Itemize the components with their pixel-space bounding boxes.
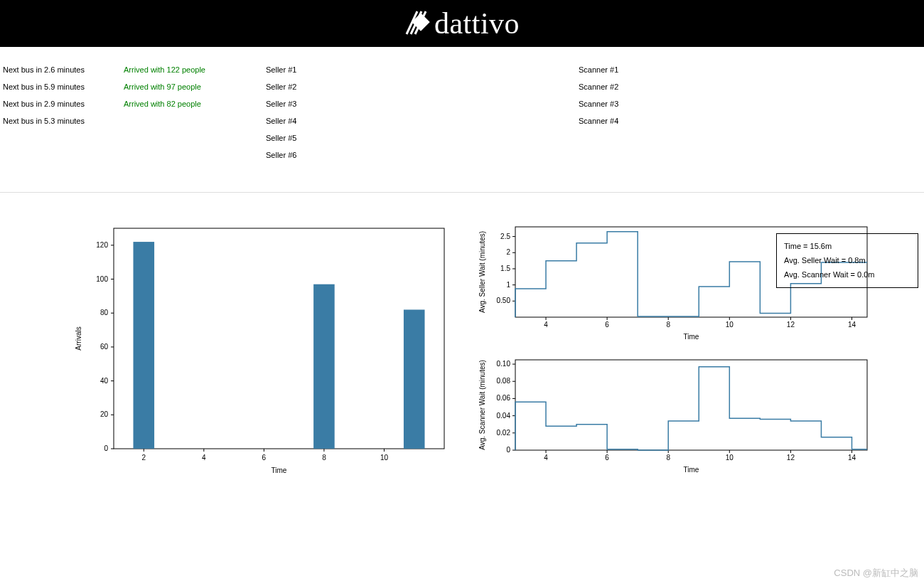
svg-text:4: 4 <box>544 454 548 462</box>
svg-text:0.08: 0.08 <box>497 377 511 385</box>
seller-item: Seller #5 <box>266 129 550 146</box>
sellers-column: Seller #1 Seller #2 Seller #3 Seller #4 … <box>266 61 550 164</box>
scanner-item: Scanner #3 <box>579 95 721 112</box>
svg-text:Arrivals: Arrivals <box>75 326 82 350</box>
svg-text:1: 1 <box>506 281 510 289</box>
svg-text:120: 120 <box>96 241 108 249</box>
svg-text:Time: Time <box>684 333 699 341</box>
svg-text:6: 6 <box>262 454 267 462</box>
svg-text:10: 10 <box>380 454 389 462</box>
app-header: dattivo <box>0 0 924 47</box>
scanner-wait-line-chart: 46810121400.020.040.060.080.10TimeAvg. S… <box>476 354 881 476</box>
logo-icon <box>404 7 430 40</box>
bus-item: Next bus in 2.9 minutes <box>3 95 95 112</box>
brand-name: dattivo <box>434 6 520 41</box>
stat-scanner-wait: Avg. Scanner Wait = 0.0m <box>784 268 910 282</box>
svg-text:8: 8 <box>666 321 670 329</box>
arrival-item: Arrived with 122 people <box>124 61 237 78</box>
svg-rect-4 <box>114 228 444 449</box>
svg-rect-30 <box>313 284 335 449</box>
svg-rect-31 <box>404 309 425 449</box>
svg-text:12: 12 <box>787 454 795 462</box>
svg-text:10: 10 <box>726 454 734 462</box>
svg-text:0: 0 <box>104 444 108 452</box>
arrival-item: Arrived with 97 people <box>124 78 237 95</box>
scanner-item: Scanner #4 <box>579 112 721 129</box>
seller-item: Seller #1 <box>266 61 550 78</box>
svg-text:0.50: 0.50 <box>497 297 511 304</box>
svg-text:20: 20 <box>100 410 109 418</box>
scanners-column: Scanner #1 Scanner #2 Scanner #3 Scanner… <box>579 61 721 164</box>
seller-item: Seller #3 <box>266 95 550 112</box>
svg-text:8: 8 <box>666 454 670 462</box>
svg-rect-29 <box>133 242 154 449</box>
svg-text:0.02: 0.02 <box>497 429 511 437</box>
status-panel: Next bus in 2.6 minutes Next bus in 5.9 … <box>0 47 924 171</box>
svg-text:Time: Time <box>684 466 699 474</box>
svg-text:4: 4 <box>202 454 206 462</box>
svg-text:0.10: 0.10 <box>497 360 511 368</box>
scanner-item: Scanner #2 <box>579 78 721 95</box>
svg-text:Time: Time <box>272 467 287 474</box>
svg-text:1.5: 1.5 <box>500 265 510 272</box>
svg-text:6: 6 <box>605 321 609 329</box>
seller-item: Seller #6 <box>266 146 550 164</box>
svg-text:100: 100 <box>96 275 108 283</box>
stat-time: Time = 15.6m <box>784 240 910 254</box>
svg-text:10: 10 <box>726 321 734 329</box>
seller-item: Seller #2 <box>266 78 550 95</box>
svg-text:6: 6 <box>605 454 609 462</box>
svg-text:0: 0 <box>506 446 510 454</box>
stats-box: Time = 15.6m Avg. Seller Wait = 0.8m Avg… <box>776 233 918 288</box>
arrival-item: Arrived with 82 people <box>124 95 237 112</box>
svg-text:8: 8 <box>322 454 326 462</box>
svg-text:Avg. Seller Wait (minutes): Avg. Seller Wait (minutes) <box>478 231 486 313</box>
svg-text:0.04: 0.04 <box>497 412 511 420</box>
bus-item: Next bus in 2.6 minutes <box>3 61 95 78</box>
svg-text:14: 14 <box>848 454 856 462</box>
brand-logo: dattivo <box>404 6 520 41</box>
stat-seller-wait: Avg. Seller Wait = 0.8m <box>784 254 910 268</box>
scanner-item: Scanner #1 <box>579 61 721 78</box>
bus-item: Next bus in 5.3 minutes <box>3 112 95 129</box>
svg-text:2: 2 <box>506 248 510 256</box>
svg-text:2.5: 2.5 <box>500 233 510 240</box>
svg-text:60: 60 <box>100 343 109 351</box>
svg-rect-59 <box>515 360 867 450</box>
bus-queue-column: Next bus in 2.6 minutes Next bus in 5.9 … <box>3 61 95 164</box>
arrived-column: Arrived with 122 people Arrived with 97 … <box>124 61 237 164</box>
svg-text:12: 12 <box>787 321 795 329</box>
bus-item: Next bus in 5.9 minutes <box>3 78 95 95</box>
arrivals-bar-chart: 246810020406080100120TimeArrivals <box>71 221 455 479</box>
svg-text:2: 2 <box>141 454 146 462</box>
svg-text:14: 14 <box>848 321 856 329</box>
svg-text:4: 4 <box>544 321 548 329</box>
svg-text:0.06: 0.06 <box>497 394 511 402</box>
svg-text:80: 80 <box>100 309 109 316</box>
svg-text:40: 40 <box>100 377 109 385</box>
seller-item: Seller #4 <box>266 112 550 129</box>
svg-text:Avg. Scanner Wait (minutes): Avg. Scanner Wait (minutes) <box>478 360 486 450</box>
